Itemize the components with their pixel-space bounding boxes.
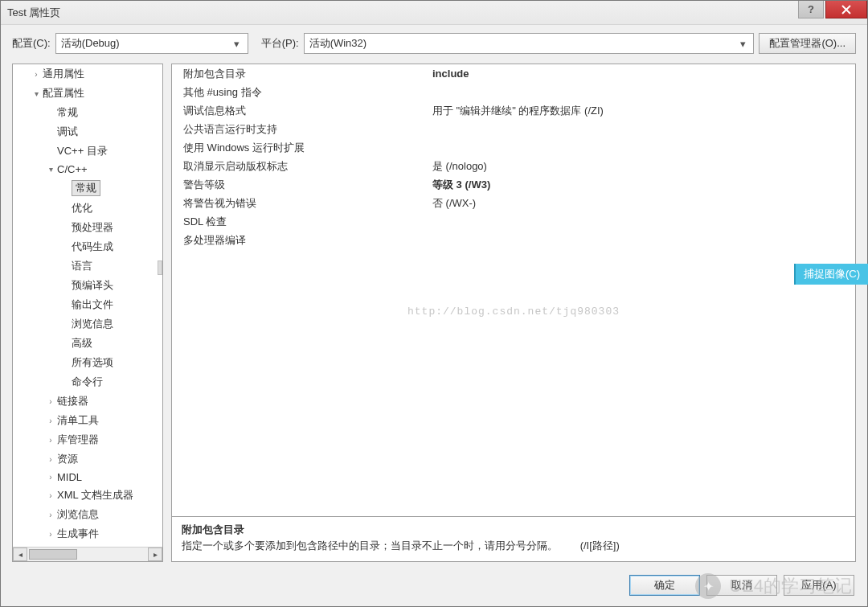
tree-scroll-marker[interactable] (158, 260, 162, 275)
property-row[interactable]: 将警告视为错误否 (/WX-) (172, 194, 855, 212)
cancel-label: 取消 (731, 578, 752, 593)
close-button[interactable] (825, 1, 867, 18)
tree-item[interactable]: 优化 (13, 199, 162, 218)
collapsed-icon[interactable]: › (45, 509, 56, 520)
tree-item[interactable]: 预处理器 (13, 218, 162, 237)
tree-root: ›通用属性▾配置属性常规调试VC++ 目录▾C/C++常规优化预处理器代码生成语… (13, 64, 162, 547)
no-expander (45, 126, 56, 137)
tree-item[interactable]: 输出文件 (13, 295, 162, 314)
tree-scroll[interactable]: ›通用属性▾配置属性常规调试VC++ 目录▾C/C++常规优化预处理器代码生成语… (13, 64, 162, 547)
config-manager-button[interactable]: 配置管理器(O)... (759, 33, 856, 54)
tree-item[interactable]: 代码生成 (13, 237, 162, 256)
cancel-button[interactable]: 取消 (706, 575, 777, 596)
description-title: 附加包含目录 (182, 522, 845, 538)
tree-pane: ›通用属性▾配置属性常规调试VC++ 目录▾C/C++常规优化预处理器代码生成语… (12, 64, 163, 562)
tree-item[interactable]: 浏览信息 (13, 314, 162, 334)
collapsed-icon[interactable]: › (45, 490, 56, 501)
no-expander (45, 107, 56, 118)
tree-item[interactable]: ▾配置属性 (13, 84, 162, 103)
config-label: 配置(C): (12, 36, 51, 51)
no-expander (59, 222, 71, 233)
tree-item[interactable]: 命令行 (13, 372, 162, 392)
tree-item[interactable]: ›生成事件 (13, 524, 162, 543)
tree-item[interactable]: ›清单工具 (13, 411, 162, 430)
tree-item-label: 自定义生成步骤 (57, 546, 130, 547)
tree-hscrollbar[interactable]: ◂ ▸ (13, 547, 162, 561)
expanded-icon[interactable]: ▾ (45, 164, 56, 175)
tree-item-label: 库管理器 (57, 433, 99, 447)
collapsed-icon[interactable]: › (45, 434, 56, 445)
property-key: 其他 #using 指令 (172, 85, 429, 100)
config-row: 配置(C): 活动(Debug) ▾ 平台(P): 活动(Win32) ▾ 配置… (1, 25, 867, 64)
tree-item[interactable]: ▾C/C++ (13, 161, 162, 178)
collapsed-icon[interactable]: › (45, 396, 56, 407)
tree-item[interactable]: ›MIDL (13, 469, 162, 486)
tree-item-label: 预处理器 (72, 220, 113, 235)
tree-item[interactable]: ›浏览信息 (13, 505, 162, 524)
property-value[interactable]: 否 (/WX-) (429, 196, 855, 211)
collapsed-icon[interactable]: › (45, 415, 56, 426)
tree-item[interactable]: 所有选项 (13, 353, 162, 372)
description-pane: 附加包含目录 指定一个或多个要添加到包含路径中的目录；当目录不止一个时，请用分号… (171, 517, 856, 562)
expanded-icon[interactable]: ▾ (31, 88, 42, 99)
property-row[interactable]: 取消显示启动版权标志是 (/nologo) (172, 157, 855, 175)
no-expander (59, 241, 71, 252)
property-row[interactable]: 附加包含目录include (172, 64, 855, 83)
tree-item-label: 常规 (57, 105, 78, 120)
config-manager-label: 配置管理器(O)... (769, 36, 845, 51)
property-grid[interactable]: 附加包含目录include其他 #using 指令调试信息格式用于 "编辑并继续… (171, 64, 856, 517)
property-value[interactable]: 用于 "编辑并继续" 的程序数据库 (/ZI) (429, 104, 855, 118)
tree-item-label: VC++ 目录 (57, 144, 108, 158)
tree-item[interactable]: 常规 (13, 103, 162, 122)
property-value[interactable]: include (429, 68, 855, 80)
tree-item[interactable]: ›资源 (13, 449, 162, 469)
tree-item[interactable]: VC++ 目录 (13, 141, 162, 161)
tree-item-label: MIDL (57, 471, 82, 483)
no-expander (59, 260, 71, 272)
collapsed-icon[interactable]: › (45, 528, 56, 539)
scroll-left-icon[interactable]: ◂ (13, 548, 27, 561)
apply-button[interactable]: 应用(A) (784, 575, 854, 596)
no-expander (59, 299, 71, 310)
property-row[interactable]: 公共语言运行时支持 (172, 120, 855, 138)
tree-item[interactable]: ›通用属性 (13, 64, 162, 84)
description-text: 指定一个或多个要添加到包含路径中的目录；当目录不止一个时，请用分号分隔。 (182, 539, 558, 552)
tree-item[interactable]: ›链接器 (13, 392, 162, 411)
hscroll-thumb[interactable] (29, 549, 77, 560)
tree-item[interactable]: 调试 (13, 122, 162, 141)
hscroll-track[interactable] (27, 548, 148, 561)
property-row[interactable]: SDL 检查 (172, 212, 855, 231)
config-combo[interactable]: 活动(Debug) ▾ (55, 33, 248, 54)
property-row[interactable]: 警告等级等级 3 (/W3) (172, 175, 855, 194)
collapsed-icon[interactable]: › (45, 472, 56, 483)
property-value[interactable]: 等级 3 (/W3) (429, 178, 855, 192)
tree-item[interactable]: ›XML 文档生成器 (13, 486, 162, 505)
tree-item[interactable]: 预编译头 (13, 276, 162, 295)
platform-label: 平台(P): (261, 36, 299, 51)
property-row[interactable]: 多处理器编译 (172, 231, 855, 249)
tree-item-label: 输出文件 (72, 297, 113, 312)
property-row[interactable]: 调试信息格式用于 "编辑并继续" 的程序数据库 (/ZI) (172, 101, 855, 120)
collapsed-icon[interactable]: › (31, 68, 42, 80)
tree-item[interactable]: 常规 (13, 178, 162, 199)
property-value[interactable]: 是 (/nologo) (429, 159, 855, 174)
scroll-right-icon[interactable]: ▸ (148, 548, 162, 561)
tree-item[interactable]: ›自定义生成步骤 (13, 543, 162, 547)
tree-item-label: 清单工具 (57, 413, 99, 428)
ok-button[interactable]: 确定 (629, 575, 700, 596)
property-row[interactable]: 使用 Windows 运行时扩展 (172, 138, 855, 157)
collapsed-icon[interactable]: › (45, 453, 56, 465)
dialog-window: Test 属性页 ? 配置(C): 活动(Debug) ▾ 平台(P): 活动(… (0, 0, 868, 607)
no-expander (59, 376, 71, 388)
platform-combo[interactable]: 活动(Win32) ▾ (304, 33, 755, 54)
property-row[interactable]: 其他 #using 指令 (172, 83, 855, 101)
property-key: 使用 Windows 运行时扩展 (172, 141, 429, 155)
tree-item[interactable]: ›库管理器 (13, 430, 162, 449)
tree-item-label: 链接器 (57, 394, 88, 408)
chevron-down-icon: ▾ (735, 36, 750, 51)
tree-item-label: 所有选项 (72, 355, 113, 370)
capture-image-tag[interactable]: 捕捉图像(C) (794, 264, 868, 285)
tree-item[interactable]: 高级 (13, 334, 162, 353)
tree-item[interactable]: 语言 (13, 256, 162, 276)
help-button[interactable]: ? (798, 1, 824, 18)
